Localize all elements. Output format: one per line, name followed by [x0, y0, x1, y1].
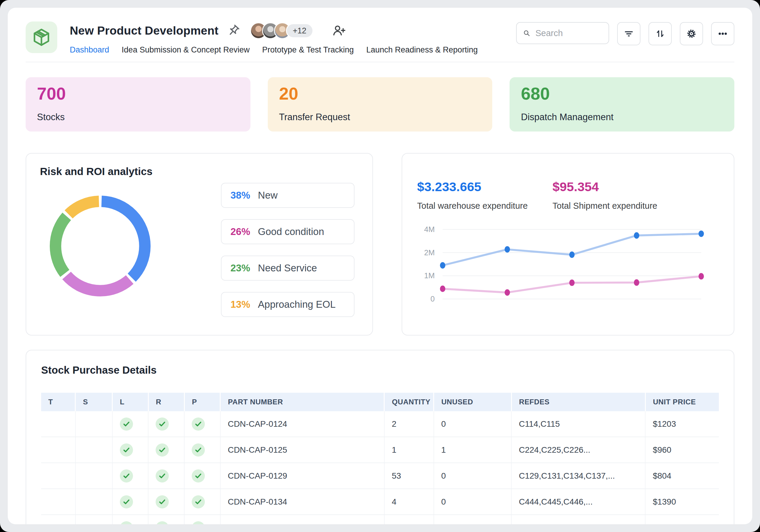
search-box[interactable]	[516, 22, 609, 44]
legend-label: Good condition	[258, 226, 324, 237]
check-icon	[158, 420, 166, 428]
check-cell	[113, 515, 149, 524]
check-icon	[194, 498, 202, 506]
expenditure-stats: $3.233.665Total warehouse expenditure$95…	[417, 180, 719, 211]
check-badge	[192, 417, 205, 431]
avatar-overflow-badge[interactable]: +12	[286, 23, 313, 38]
empty-cell	[75, 515, 113, 524]
cell-unit-price: $1203	[645, 411, 719, 437]
column-header-part-number: PART NUMBER	[220, 393, 384, 411]
check-badge	[156, 469, 169, 482]
tab-launch-readiness-reporting[interactable]: Launch Readiness & Reporting	[366, 45, 478, 55]
legend-item-approaching-eol: 13%Approaching EOL	[221, 292, 355, 317]
tab-idea-submission-concept-review[interactable]: Idea Submission & Concept Review	[122, 45, 250, 55]
sort-icon	[654, 28, 666, 39]
legend-label: Approaching EOL	[258, 299, 336, 310]
stock-purchase-table: TSLRPPART NUMBERQUANTITYUNUSEDREFDESUNIT…	[41, 393, 719, 524]
legend-item-need-service: 23%Need Service	[221, 256, 355, 281]
tab-prototype-test-tracking[interactable]: Prototype & Test Tracking	[262, 45, 354, 55]
column-header-quantity: QUANTITY	[384, 393, 434, 411]
stat-card-stocks: 700Stocks	[25, 77, 251, 131]
empty-cell	[75, 463, 113, 489]
cell-quantity: 4	[384, 489, 434, 515]
check-cell	[113, 437, 149, 463]
stat-card-transfer-request: 20Transfer Request	[268, 77, 493, 131]
empty-cell	[75, 411, 113, 437]
svg-text:2M: 2M	[424, 248, 435, 257]
check-cell	[184, 489, 220, 515]
donut-legend: 38%New26%Good condition23%Need Service13…	[221, 183, 355, 317]
check-cell	[148, 515, 184, 524]
cell-refdes: C444,C445,C446,...	[511, 489, 645, 515]
check-icon	[158, 472, 166, 480]
pin-icon[interactable]	[227, 24, 240, 37]
cell-part-number: CDN-CAP-0129	[220, 463, 384, 489]
expenditure-stat-total-warehouse-expenditure: $3.233.665Total warehouse expenditure	[417, 180, 552, 211]
check-badge	[120, 521, 133, 524]
stat-label: Stocks	[37, 112, 239, 124]
check-icon	[122, 446, 130, 454]
check-badge	[156, 417, 169, 431]
package-cube-icon	[31, 27, 51, 47]
cell-refdes: C114,C115	[511, 411, 645, 437]
check-icon	[194, 472, 202, 480]
search-input[interactable]	[535, 28, 602, 38]
column-header-unit-price: UNIT PRICE	[645, 393, 719, 411]
person-add-icon[interactable]	[332, 24, 346, 37]
filter-button[interactable]	[617, 22, 641, 45]
check-badge	[120, 443, 133, 457]
svg-text:1M: 1M	[424, 271, 435, 280]
stat-card-dispatch-management: 680Dispatch Management	[509, 77, 735, 131]
check-badge	[192, 443, 205, 457]
cell-unused: 0	[434, 411, 512, 437]
table-row: CDN-CAP-012420C114,C115$1203	[41, 411, 719, 437]
page-header: New Product Development +12	[25, 8, 735, 62]
avatar-group[interactable]: +12	[250, 23, 313, 39]
svg-text:0: 0	[431, 295, 435, 303]
cell-unused: 1	[434, 437, 512, 463]
check-cell	[148, 437, 184, 463]
cell-unit-price: $1813	[645, 515, 719, 524]
legend-percent: 38%	[230, 190, 250, 201]
column-header-t: T	[41, 393, 75, 411]
svg-text:4M: 4M	[424, 225, 435, 233]
check-cell	[148, 489, 184, 515]
stat-value: 20	[279, 85, 481, 102]
stat-value: 700	[37, 85, 239, 102]
cell-unit-price: $960	[645, 437, 719, 463]
check-badge	[156, 443, 169, 457]
legend-percent: 13%	[230, 299, 250, 310]
search-icon	[523, 28, 531, 38]
stat-cards: 700Stocks20Transfer Request680Dispatch M…	[25, 77, 735, 131]
more-button[interactable]	[711, 22, 735, 45]
sort-button[interactable]	[648, 22, 672, 45]
tab-dashboard[interactable]: Dashboard	[70, 45, 109, 55]
legend-item-good-condition: 26%Good condition	[221, 219, 355, 244]
table-row: CDN-CAP-0136122C464,C465,C466$1813	[41, 515, 719, 524]
expenditure-value: $3.233.665	[417, 180, 552, 193]
check-cell	[113, 411, 149, 437]
empty-cell	[41, 411, 75, 437]
check-icon	[122, 524, 130, 524]
cell-refdes: C129,C131,C134,C137,...	[511, 463, 645, 489]
settings-button[interactable]	[680, 22, 703, 45]
page-title: New Product Development	[70, 24, 218, 37]
check-cell	[148, 463, 184, 489]
check-icon	[194, 420, 202, 428]
check-icon	[194, 446, 202, 454]
cell-quantity: 2	[384, 411, 434, 437]
legend-percent: 26%	[230, 226, 250, 237]
column-header-r: R	[148, 393, 184, 411]
check-icon	[194, 524, 202, 524]
check-cell	[184, 411, 220, 437]
column-header-p: P	[184, 393, 220, 411]
legend-item-new: 38%New	[221, 183, 355, 208]
cell-part-number: CDN-CAP-0134	[220, 489, 384, 515]
check-icon	[122, 472, 130, 480]
column-header-l: L	[113, 393, 149, 411]
check-badge	[120, 495, 133, 508]
cell-quantity: 1	[384, 437, 434, 463]
check-cell	[113, 463, 149, 489]
cell-refdes: C224,C225,C226...	[511, 437, 645, 463]
check-badge	[192, 495, 205, 508]
